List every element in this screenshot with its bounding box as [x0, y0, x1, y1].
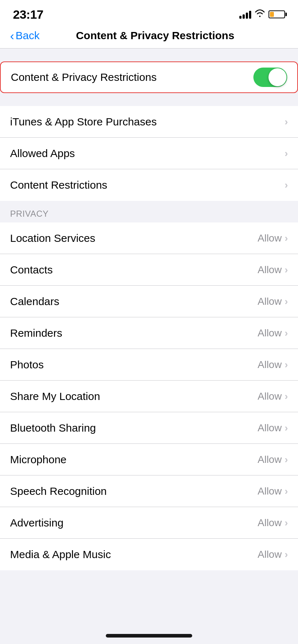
row-label: Location Services	[10, 232, 95, 244]
row-label: Reminders	[10, 327, 62, 339]
row-right: Allow ›	[258, 264, 288, 276]
battery-fill	[270, 12, 274, 17]
row-label: Bluetooth Sharing	[10, 422, 96, 434]
list-item-allowed-apps[interactable]: Allowed Apps ›	[0, 138, 298, 169]
row-right: Allow ›	[258, 359, 288, 371]
chevron-icon: ›	[285, 517, 288, 529]
row-label: Contacts	[10, 264, 53, 276]
chevron-icon: ›	[285, 264, 288, 276]
list-item-contacts[interactable]: Contacts Allow ›	[0, 254, 298, 286]
list-item-reminders[interactable]: Reminders Allow ›	[0, 317, 298, 349]
list-item-media-apple-music[interactable]: Media & Apple Music Allow ›	[0, 539, 298, 570]
list-item-bluetooth-sharing[interactable]: Bluetooth Sharing Allow ›	[0, 412, 298, 444]
chevron-icon: ›	[285, 549, 288, 560]
row-label: Calendars	[10, 295, 59, 308]
row-value: Allow	[258, 422, 282, 434]
row-label: Microphone	[10, 454, 67, 466]
row-value: Allow	[258, 327, 282, 339]
list-item-share-my-location[interactable]: Share My Location Allow ›	[0, 381, 298, 412]
row-right: Allow ›	[258, 454, 288, 465]
list-item-itunes[interactable]: iTunes & App Store Purchases ›	[0, 106, 298, 138]
row-label-allowed-apps: Allowed Apps	[10, 147, 75, 160]
chevron-icon: ›	[285, 391, 288, 402]
privacy-list-section: Location Services Allow › Contacts Allow…	[0, 222, 298, 570]
back-label: Back	[15, 29, 40, 42]
chevron-icon: ›	[285, 327, 288, 339]
bottom-spacer	[0, 570, 298, 592]
section-gap-top	[0, 49, 298, 61]
wifi-icon	[255, 9, 265, 19]
row-right-itunes: ›	[285, 116, 288, 128]
row-value: Allow	[258, 264, 282, 276]
chevron-icon: ›	[285, 148, 288, 159]
list-item-calendars[interactable]: Calendars Allow ›	[0, 286, 298, 317]
back-chevron-icon: ‹	[10, 29, 14, 42]
content-privacy-toggle[interactable]	[253, 68, 287, 87]
row-right: Allow ›	[258, 517, 288, 529]
chevron-icon: ›	[285, 179, 288, 191]
chevron-icon: ›	[285, 116, 288, 128]
row-value: Allow	[258, 296, 282, 307]
list-item-location-services[interactable]: Location Services Allow ›	[0, 222, 298, 254]
home-indicator	[106, 634, 192, 638]
toggle-knob	[268, 68, 286, 86]
section-gap-2	[0, 93, 298, 106]
row-value: Allow	[258, 233, 282, 244]
row-right: Allow ›	[258, 296, 288, 307]
row-right: Allow ›	[258, 233, 288, 244]
row-right-allowed-apps: ›	[285, 148, 288, 159]
main-list-section: iTunes & App Store Purchases › Allowed A…	[0, 106, 298, 201]
privacy-section-header: PRIVACY	[0, 201, 298, 222]
list-item-speech-recognition[interactable]: Speech Recognition Allow ›	[0, 475, 298, 507]
row-label: Media & Apple Music	[10, 548, 111, 561]
toggle-label: Content & Privacy Restrictions	[11, 71, 157, 83]
row-right-content-restrictions: ›	[285, 179, 288, 191]
row-label: Share My Location	[10, 390, 100, 402]
list-item-advertising[interactable]: Advertising Allow ›	[0, 507, 298, 539]
row-label: Advertising	[10, 517, 63, 529]
back-button[interactable]: ‹ Back	[10, 29, 40, 42]
content-privacy-toggle-row: Content & Privacy Restrictions	[0, 61, 298, 93]
chevron-icon: ›	[285, 422, 288, 434]
status-icons	[239, 9, 285, 19]
nav-title: Content & Privacy Restrictions	[44, 29, 266, 42]
row-label: Speech Recognition	[10, 485, 107, 497]
status-time: 23:17	[13, 8, 43, 22]
row-label: Photos	[10, 359, 44, 371]
row-value: Allow	[258, 359, 282, 371]
row-right: Allow ›	[258, 549, 288, 560]
row-right: Allow ›	[258, 486, 288, 497]
row-right: Allow ›	[258, 422, 288, 434]
row-right: Allow ›	[258, 391, 288, 402]
row-label-itunes: iTunes & App Store Purchases	[10, 116, 157, 128]
chevron-icon: ›	[285, 233, 288, 244]
list-item-photos[interactable]: Photos Allow ›	[0, 349, 298, 381]
chevron-icon: ›	[285, 454, 288, 465]
row-right: Allow ›	[258, 327, 288, 339]
row-value: Allow	[258, 486, 282, 497]
row-value: Allow	[258, 391, 282, 402]
signal-icon	[239, 10, 251, 19]
chevron-icon: ›	[285, 486, 288, 497]
battery-icon	[268, 10, 285, 18]
row-value: Allow	[258, 549, 282, 560]
chevron-icon: ›	[285, 296, 288, 307]
list-item-content-restrictions[interactable]: Content Restrictions ›	[0, 169, 298, 201]
row-label-content-restrictions: Content Restrictions	[10, 179, 107, 191]
row-value: Allow	[258, 454, 282, 465]
nav-bar: ‹ Back Content & Privacy Restrictions	[0, 25, 298, 49]
row-value: Allow	[258, 517, 282, 529]
chevron-icon: ›	[285, 359, 288, 371]
list-item-microphone[interactable]: Microphone Allow ›	[0, 444, 298, 475]
status-bar: 23:17	[0, 0, 298, 25]
